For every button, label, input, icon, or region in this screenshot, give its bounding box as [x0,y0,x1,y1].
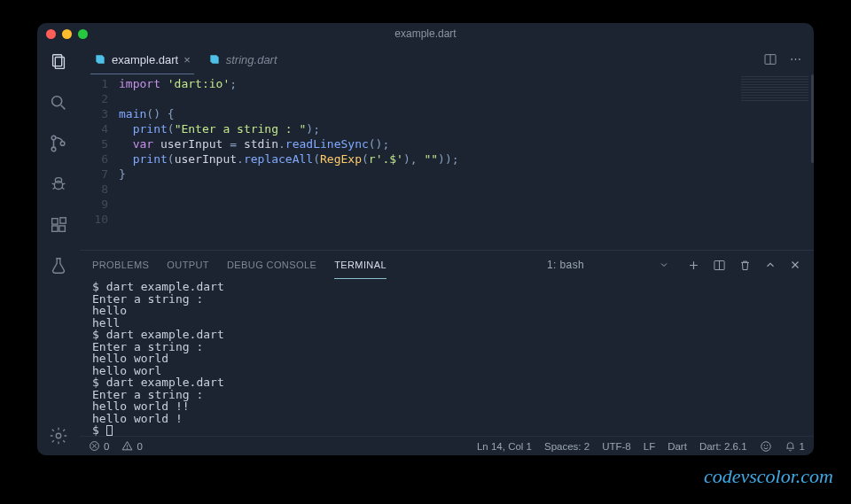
scrollbar-indicator[interactable] [811,74,814,163]
svg-point-17 [56,433,61,438]
svg-point-2 [52,97,62,106]
tab-close-icon[interactable]: × [183,53,191,66]
new-terminal-icon[interactable] [687,259,700,272]
chevron-down-icon [659,260,669,270]
window-title: example.dart [37,27,814,40]
code-content[interactable]: import 'dart:io'; main() { print("Enter … [119,74,734,250]
svg-rect-16 [60,218,66,223]
svg-rect-13 [52,219,58,224]
status-spaces[interactable]: Spaces: 2 [544,441,589,452]
bottom-panel: PROBLEMS OUTPUT DEBUG CONSOLE TERMINAL 1… [80,250,814,436]
panel-actions: 1: bash [542,259,801,272]
tab-string-dart[interactable]: string.dart [199,44,286,74]
svg-point-6 [60,142,65,146]
dart-file-icon [208,53,221,66]
maximize-panel-icon[interactable] [764,259,777,271]
status-language[interactable]: Dart [668,441,687,452]
panel-tab-problems[interactable]: PROBLEMS [92,251,149,279]
svg-point-30 [128,448,129,449]
watermark: codevscolor.com [704,465,833,488]
status-bar: 0 0 Ln 14, Col 1 Spaces: 2 UTF-8 LF Dart… [80,436,814,455]
tab-actions: ⋯ [763,52,808,66]
more-actions-icon[interactable]: ⋯ [790,52,801,66]
editor-window: example.dart [37,23,814,455]
svg-line-9 [52,183,55,184]
svg-point-31 [761,441,770,451]
dart-file-icon [94,53,106,66]
panel-tab-output[interactable]: OUTPUT [167,251,209,279]
debug-icon[interactable] [48,174,69,195]
kill-terminal-icon[interactable] [738,259,752,272]
svg-point-8 [55,178,61,183]
status-eol[interactable]: LF [644,441,655,452]
svg-line-10 [63,183,66,184]
svg-point-4 [51,136,56,140]
content-column: example.dart × string.dart ⋯ 123 [80,44,814,455]
terminal-output: $ dart example.dart Enter a string : hel… [92,280,224,436]
code-editor[interactable]: 12345678910 import 'dart:io'; main() { p… [80,74,814,250]
svg-line-12 [62,188,65,190]
tab-example-dart[interactable]: example.dart × [85,44,199,74]
status-encoding[interactable]: UTF-8 [602,441,631,452]
svg-rect-15 [59,226,65,231]
status-sdk[interactable]: Dart: 2.6.1 [699,441,747,452]
extensions-icon[interactable] [48,214,69,236]
minimap-content [741,76,808,103]
status-warnings[interactable]: 0 [121,440,142,452]
svg-rect-1 [55,58,64,69]
panel-tab-terminal[interactable]: TERMINAL [334,251,386,279]
panel-tab-debug[interactable]: DEBUG CONSOLE [227,251,316,279]
settings-gear-icon[interactable] [48,425,69,446]
status-errors[interactable]: 0 [89,440,109,452]
split-terminal-icon[interactable] [713,259,726,272]
svg-point-5 [51,147,56,151]
tab-label: string.dart [226,53,277,66]
terminal-body[interactable]: $ dart example.dart Enter a string : hel… [80,279,814,436]
editor-tabs: example.dart × string.dart ⋯ [80,44,814,74]
source-control-icon[interactable] [48,133,69,154]
svg-rect-0 [53,55,62,66]
testing-icon[interactable] [48,255,69,276]
line-numbers: 12345678910 [80,74,119,250]
tab-label: example.dart [112,53,178,66]
terminal-cursor [106,425,113,436]
explorer-icon[interactable] [48,51,69,73]
minimap[interactable] [734,74,814,250]
titlebar: example.dart [37,23,814,44]
main-area: example.dart × string.dart ⋯ 123 [37,44,814,455]
svg-point-33 [767,445,768,446]
panel-tabs: PROBLEMS OUTPUT DEBUG CONSOLE TERMINAL 1… [80,251,814,279]
status-feedback-icon[interactable] [760,440,772,453]
svg-point-32 [763,445,764,446]
status-notifications[interactable]: 1 [785,440,805,452]
status-cursor-position[interactable]: Ln 14, Col 1 [477,441,532,452]
activity-bar [37,44,80,455]
svg-line-11 [53,188,56,190]
close-panel-icon[interactable] [789,259,801,271]
svg-line-3 [61,105,66,110]
split-editor-icon[interactable] [763,52,777,66]
svg-rect-14 [52,226,58,231]
search-icon[interactable] [48,92,69,113]
terminal-selector[interactable]: 1: bash [542,259,675,271]
